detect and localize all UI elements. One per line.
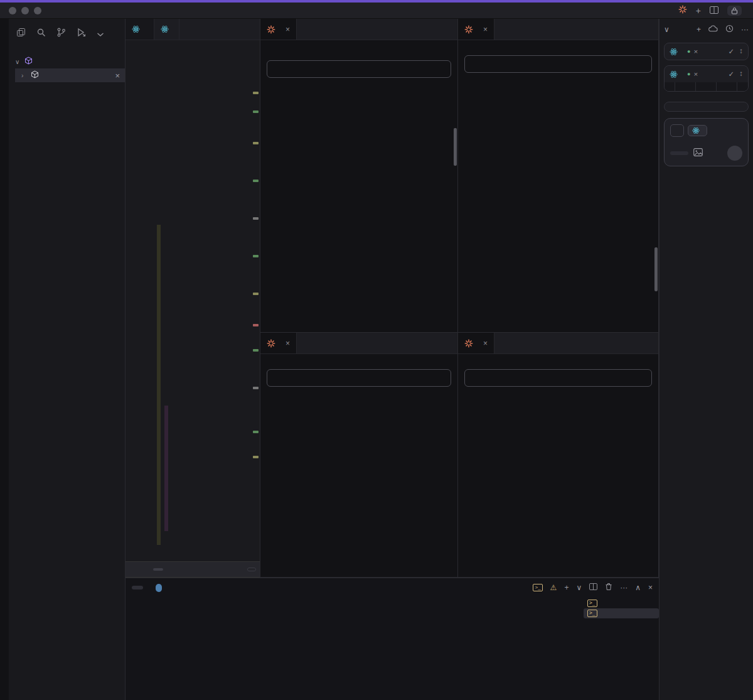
symbol-cube-icon	[24, 57, 33, 67]
diff-pager[interactable]	[247, 568, 256, 571]
close-icon[interactable]: ×	[693, 70, 698, 78]
more-actions-icon[interactable]: ···	[620, 583, 628, 592]
activity-rail	[0, 19, 9, 700]
split-layout-icon[interactable]	[710, 5, 718, 16]
claude-icon[interactable]	[678, 5, 687, 16]
close-window-button[interactable]	[9, 7, 16, 14]
run-debug-icon[interactable]	[77, 28, 86, 40]
claude-panel-1: ×	[260, 19, 458, 333]
breadcrumb[interactable]	[125, 40, 260, 54]
tree-item-scenelist[interactable]: ∨	[9, 55, 125, 68]
scrollbar[interactable]	[454, 128, 457, 166]
prompt-input[interactable]	[267, 369, 451, 387]
diff-card-collapsed[interactable]: ●× ✓↕	[664, 43, 749, 60]
terminal-output-right[interactable]	[347, 597, 584, 689]
scrollbar[interactable]	[654, 247, 658, 291]
claude-terminal-2[interactable]	[458, 40, 658, 332]
bottom-panel: >_⚠ + ∨ ··· ∧ × >_ >_	[125, 578, 659, 700]
prompt-input[interactable]	[464, 55, 652, 73]
tab-claude-code-1[interactable]: ×	[260, 19, 297, 40]
titlebar: +	[0, 3, 753, 19]
chat-input-card[interactable]	[664, 118, 749, 166]
claude-terminal-1[interactable]	[260, 40, 457, 332]
mention-button[interactable]	[670, 124, 684, 137]
claude-terminal-3[interactable]	[260, 354, 457, 577]
attach-image-icon[interactable]	[693, 148, 703, 159]
editor-tabs	[125, 19, 260, 40]
terminal-output-left[interactable]	[125, 597, 347, 689]
modified-dot-icon: ●	[687, 48, 690, 55]
terminal-list-item[interactable]: >_	[584, 598, 659, 608]
code-editor[interactable]	[125, 54, 260, 561]
close-icon[interactable]: ×	[115, 71, 120, 80]
problems-count-badge	[156, 584, 162, 592]
new-terminal-icon[interactable]: +	[564, 583, 569, 592]
new-tab-icon[interactable]: +	[696, 6, 701, 16]
claude-panel-2: ×	[458, 19, 659, 333]
new-chat-icon[interactable]: +	[697, 25, 701, 34]
active-terminal-title[interactable]: >_⚠	[533, 583, 557, 592]
close-icon[interactable]: ×	[483, 25, 488, 34]
claude-extension-sidebar: ∨ + ··· ●× ✓↕	[659, 19, 753, 700]
history-icon[interactable]	[725, 24, 734, 35]
minimize-window-button[interactable]	[21, 7, 29, 14]
copy-pages-icon[interactable]	[16, 28, 26, 40]
terminal-icon: >_	[587, 610, 597, 617]
kill-terminal-icon[interactable]	[605, 583, 612, 593]
tab-problems[interactable]	[153, 583, 162, 592]
tab-claude-code-3[interactable]: ×	[260, 333, 297, 353]
maximize-panel-icon[interactable]: ∧	[635, 583, 641, 592]
prompt-input[interactable]	[267, 60, 451, 78]
close-icon[interactable]: ×	[483, 339, 488, 348]
chevron-down-icon[interactable]	[97, 28, 104, 40]
tab-characters-tsx[interactable]	[125, 19, 154, 40]
diff-card-expanded[interactable]: ●× ✓↕	[664, 65, 749, 92]
tab-claude-code-4[interactable]: ×	[458, 333, 494, 353]
diff-action-bar	[125, 561, 260, 578]
claude-panel-3: ×	[260, 333, 458, 578]
more-actions-icon[interactable]: ···	[741, 25, 749, 34]
chevron-right-icon[interactable]: ›	[21, 72, 28, 79]
close-icon[interactable]: ×	[693, 48, 698, 55]
accept-check-icon[interactable]: ✓	[729, 47, 735, 56]
prompt-input[interactable]	[464, 369, 652, 387]
command-hint	[125, 689, 347, 700]
split-terminal-icon[interactable]	[589, 583, 597, 592]
command-hint	[463, 571, 653, 576]
command-hint	[463, 326, 653, 331]
search-icon[interactable]	[36, 28, 46, 40]
context-file-chip[interactable]	[688, 125, 707, 136]
terminal-list-item-selected[interactable]: >_	[584, 608, 659, 618]
command-hint	[265, 571, 452, 576]
close-panel-icon[interactable]: ×	[648, 583, 653, 592]
traffic-lights[interactable]	[9, 7, 41, 14]
call-hierarchy-title	[9, 46, 125, 55]
lock-icon[interactable]	[727, 6, 742, 16]
close-icon[interactable]: ×	[286, 25, 290, 34]
close-icon[interactable]: ×	[286, 339, 290, 348]
cloud-icon[interactable]	[708, 25, 718, 34]
maximize-window-button[interactable]	[34, 7, 41, 14]
claude-terminal-4[interactable]	[458, 354, 658, 577]
chevron-down-icon[interactable]: ∨	[15, 58, 21, 65]
changed-files-summary[interactable]	[664, 102, 749, 112]
agent-mode-selector[interactable]	[670, 151, 688, 155]
terminal-icon: >_	[533, 584, 542, 591]
tab-claude-code-2[interactable]: ×	[458, 19, 494, 40]
tab-terminal[interactable]	[132, 586, 143, 590]
indent-scope-band	[164, 406, 168, 531]
command-hint	[265, 326, 452, 331]
tab-partial[interactable]	[154, 19, 179, 40]
accept-check-icon[interactable]: ✓	[729, 70, 735, 78]
tree-item-plotdetail[interactable]: › ×	[15, 68, 125, 82]
terminal-dropdown-icon[interactable]: ∨	[576, 583, 582, 592]
chevron-down-icon[interactable]: ∨	[664, 25, 670, 34]
claude-panel-4: ×	[458, 333, 659, 578]
git-branch-icon[interactable]	[56, 28, 66, 40]
indent-scope-band	[157, 225, 161, 545]
expand-icon[interactable]: ↕	[739, 70, 743, 78]
send-button[interactable]	[727, 146, 742, 161]
editor-group-characters	[125, 19, 260, 578]
accept-button[interactable]	[153, 568, 163, 571]
expand-icon[interactable]: ↕	[739, 47, 743, 56]
